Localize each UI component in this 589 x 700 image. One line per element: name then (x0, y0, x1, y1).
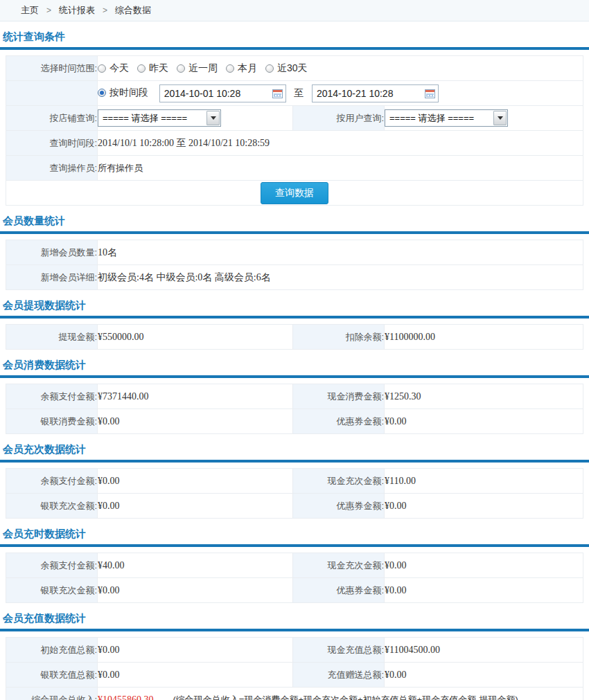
table-row: 余额支付金额:¥40.00现金充次金额:¥0.00 (6, 553, 583, 578)
stats-section: 会员充时数据统计余额支付金额:¥40.00现金充次金额:¥0.00银联充次金额:… (0, 528, 589, 603)
field-value: ¥0.00 (98, 663, 293, 688)
field-value: ¥10455860.30(综合现金总收入=现金消费金额+现金充次金额+初始充值总… (98, 688, 583, 700)
field-label: 选择时间范围: (6, 56, 98, 81)
section-title: 会员充次数据统计 (3, 443, 586, 456)
field-label: 按店铺查询: (6, 106, 98, 131)
stats-table: 余额支付金额:¥40.00现金充次金额:¥0.00银联充次金额:¥0.00优惠券… (6, 553, 583, 603)
section-title: 会员数量统计 (3, 215, 586, 228)
breadcrumb: 主页>统计报表>综合数据 (0, 0, 589, 21)
field-value: 所有操作员 (98, 156, 583, 181)
radio-last-30-days[interactable]: 近30天 (265, 62, 308, 73)
section-title: 统计查询条件 (3, 30, 586, 44)
field-label: 余额支付金额: (6, 553, 98, 578)
breadcrumb-reports[interactable]: 统计报表 (59, 5, 95, 15)
field-value: ¥110.00 (385, 469, 583, 494)
section-title: 会员提现数据统计 (3, 299, 586, 312)
radio-label: 今天 (109, 62, 129, 73)
field-value: ¥550000.00 (98, 325, 293, 350)
period-row: 按时间段 至 (98, 81, 583, 106)
field-label: 银联充值总额: (6, 663, 98, 688)
date-from-input[interactable] (159, 84, 286, 102)
total-cash-income-value: ¥10455860.30 (98, 694, 154, 700)
field-value: ¥0.00 (385, 409, 583, 434)
field-label: 查询时间段: (6, 131, 98, 156)
stats-section: 会员消费数据统计余额支付金额:¥7371440.00现金消费金额:¥1250.3… (0, 359, 589, 434)
radio-today[interactable]: 今天 (98, 62, 129, 73)
field-label: 按用户查询: (293, 106, 385, 131)
table-row: 查询数据 (6, 181, 583, 206)
field-label: 余额支付金额: (6, 384, 98, 409)
radio-icon (177, 64, 185, 73)
field-label: 综合现金总收入: (6, 688, 98, 700)
field-value: 10名 (98, 240, 583, 265)
radio-this-month[interactable]: 本月 (226, 62, 257, 73)
stats-section: 会员充次数据统计余额支付金额:¥0.00现金充次金额:¥110.00银联充次金额… (0, 443, 589, 519)
table-row: 按店铺查询: ===== 请选择 ===== 按用户查询: ===== 请选择 … (6, 106, 583, 131)
radio-last-week[interactable]: 近一周 (177, 62, 218, 73)
chevron-down-icon[interactable] (493, 111, 507, 125)
user-select[interactable]: ===== 请选择 ===== (385, 109, 508, 127)
submit-row: 查询数据 (6, 181, 583, 206)
time-range-options: 今天昨天近一周本月近30天 (98, 56, 583, 81)
breadcrumb-current: 综合数据 (115, 5, 151, 15)
section-divider-bar (0, 375, 589, 378)
calendar-icon[interactable] (272, 89, 283, 98)
table-row: 银联消费金额:¥0.00优惠券金额:¥0.00 (6, 409, 583, 434)
stats-section: 会员数量统计新增会员数量:10名新增会员详细:初级会员:4名 中级会员:0名 高… (0, 215, 589, 290)
section-divider-bar (0, 316, 589, 318)
field-label: 余额支付金额: (6, 469, 98, 494)
stats-table: 提现金额:¥550000.00扣除余额:¥1100000.00 (6, 324, 583, 350)
field-value: ¥1100000.00 (385, 325, 583, 350)
table-row: 新增会员数量:10名 (6, 240, 583, 265)
table-row: 余额支付金额:¥7371440.00现金消费金额:¥1250.30 (6, 384, 583, 409)
radio-yesterday[interactable]: 昨天 (137, 62, 168, 73)
stats-section: 会员提现数据统计提现金额:¥550000.00扣除余额:¥1100000.00 (0, 299, 589, 350)
table-row: 银联充次金额:¥0.00优惠券金额:¥0.00 (6, 578, 583, 603)
table-row: 初始充值总额:¥0.00现金充值总额:¥11004500.00 (6, 638, 583, 663)
radio-selected-icon (98, 89, 106, 97)
field-label: 查询操作员: (6, 156, 98, 181)
table-row: 按时间段 至 (6, 81, 583, 106)
date-from-wrap (159, 84, 286, 102)
field-value: ¥0.00 (385, 553, 583, 578)
breadcrumb-separator: > (46, 6, 51, 15)
radio-icon (98, 64, 106, 73)
section-divider-bar (0, 544, 589, 547)
total-formula-note: (综合现金总收入=现金消费金额+现金充次金额+初始充值总额+现金充值金额-提现金… (173, 694, 518, 700)
table-row: 综合现金总收入:¥10455860.30(综合现金总收入=现金消费金额+现金充次… (6, 688, 583, 700)
field-label: 银联充次金额: (6, 578, 98, 603)
radio-label: 近30天 (277, 62, 308, 73)
table-row: 选择时间范围: 今天昨天近一周本月近30天 (6, 56, 583, 81)
date-to-input[interactable] (312, 84, 439, 102)
field-value: ¥0.00 (385, 494, 583, 519)
field-label: 新增会员数量: (6, 240, 98, 265)
field-value: ¥11004500.00 (385, 638, 583, 663)
table-row: 银联充次金额:¥0.00优惠券金额:¥0.00 (6, 494, 583, 519)
shop-select[interactable]: ===== 请选择 ===== (98, 109, 221, 127)
stats-table: 初始充值总额:¥0.00现金充值总额:¥11004500.00银联充值总额:¥0… (6, 637, 583, 700)
field-label: 现金消费金额: (293, 384, 385, 409)
query-data-button[interactable]: 查询数据 (261, 182, 328, 204)
radio-icon (137, 64, 146, 73)
field-label: 现金充次金额: (293, 469, 385, 494)
section-title: 会员充值数据统计 (3, 612, 586, 625)
field-label: 优惠券金额: (293, 409, 385, 434)
field-value: 初级会员:4名 中级会员:0名 高级会员:6名 (98, 265, 583, 290)
breadcrumb-home[interactable]: 主页 (21, 5, 39, 15)
radio-label: 近一周 (188, 62, 218, 73)
to-label: 至 (294, 87, 304, 98)
shop-select-cell: ===== 请选择 ===== (98, 106, 293, 131)
field-label: 充值赠送总额: (293, 663, 385, 688)
breadcrumb-separator: > (103, 6, 107, 15)
table-row: 提现金额:¥550000.00扣除余额:¥1100000.00 (6, 325, 583, 350)
field-value: ¥0.00 (98, 494, 293, 519)
field-label: 提现金额: (6, 325, 98, 350)
field-label: 银联消费金额: (6, 409, 98, 434)
stats-table: 余额支付金额:¥7371440.00现金消费金额:¥1250.30银联消费金额:… (6, 384, 583, 434)
calendar-icon[interactable] (425, 89, 435, 98)
radio-by-period[interactable]: 按时间段 (98, 87, 148, 98)
field-value: ¥0.00 (98, 578, 293, 603)
chevron-down-icon[interactable] (206, 111, 220, 125)
field-label: 现金充值总额: (293, 638, 385, 663)
field-value: ¥1250.30 (385, 384, 583, 409)
